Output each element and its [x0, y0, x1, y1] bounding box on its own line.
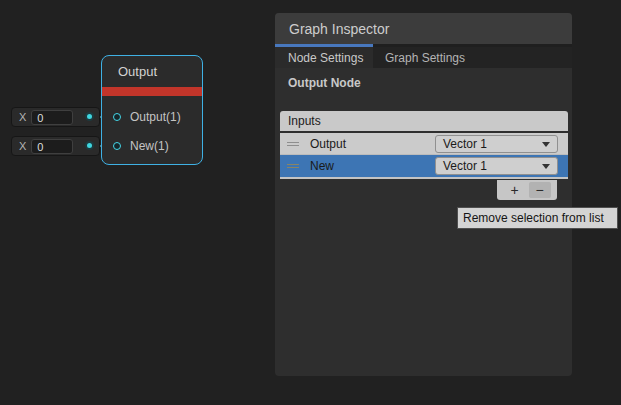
panel-header[interactable]: Graph Inspector — [275, 13, 572, 44]
section-title: Output Node — [288, 76, 572, 90]
graph-inspector-panel: Graph Inspector Node Settings Graph Sett… — [275, 13, 572, 376]
node-port[interactable]: New(1) — [113, 139, 169, 153]
add-item-button[interactable]: + — [504, 182, 526, 198]
dropdown-arrow-icon — [542, 142, 550, 147]
dropdown-value: Vector 1 — [443, 159, 487, 173]
port-label: New(1) — [130, 139, 169, 153]
value-input[interactable]: 0 — [31, 139, 73, 154]
type-dropdown[interactable]: Vector 1 — [435, 157, 558, 175]
dropdown-value: Vector 1 — [443, 137, 487, 151]
row-name: New — [310, 159, 334, 173]
list-footer: + − — [497, 180, 557, 200]
inputs-reorderable-list: Inputs Output Vector 1 New Vector 1 + − — [280, 111, 568, 179]
list-row-output[interactable]: Output Vector 1 — [280, 133, 568, 155]
connector-dot-icon[interactable] — [87, 114, 92, 119]
panel-title: Graph Inspector — [289, 21, 389, 37]
tooltip: Remove selection from list — [457, 207, 618, 229]
node-error-bar — [102, 87, 202, 96]
port-icon[interactable] — [113, 142, 121, 150]
drag-handle-icon[interactable] — [287, 142, 299, 146]
row-name: Output — [310, 137, 346, 151]
list-header: Inputs — [280, 111, 568, 131]
node-port[interactable]: Output(1) — [113, 110, 181, 124]
axis-label: X — [19, 111, 26, 123]
list-row-new[interactable]: New Vector 1 — [280, 155, 568, 177]
port-icon[interactable] — [113, 113, 121, 121]
remove-item-button[interactable]: − — [529, 182, 551, 198]
type-dropdown[interactable]: Vector 1 — [435, 135, 558, 153]
port-label: Output(1) — [130, 110, 181, 124]
dropdown-arrow-icon — [542, 164, 550, 169]
drag-handle-icon[interactable] — [287, 164, 299, 168]
tab-graph-settings[interactable]: Graph Settings — [373, 47, 465, 68]
port-default-input[interactable]: X 0 — [11, 107, 100, 127]
tab-bar: Node Settings Graph Settings — [275, 47, 572, 68]
value-input[interactable]: 0 — [31, 110, 73, 125]
port-default-input[interactable]: X 0 — [11, 136, 100, 156]
node-title: Output — [102, 56, 202, 87]
connector-dot-icon[interactable] — [87, 143, 92, 148]
output-node[interactable]: Output Output(1) New(1) — [101, 55, 203, 165]
axis-label: X — [19, 140, 26, 152]
tab-node-settings[interactable]: Node Settings — [275, 47, 373, 68]
